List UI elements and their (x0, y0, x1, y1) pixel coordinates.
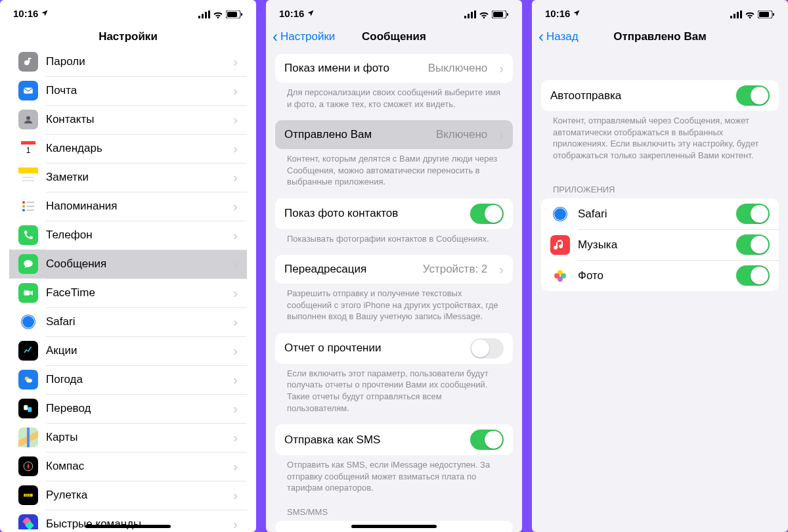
row-label: Показ фото контактов (284, 207, 462, 220)
svg-rect-26 (24, 290, 30, 296)
row-auto-send[interactable]: Автоотправка (541, 80, 779, 111)
svg-point-32 (26, 379, 32, 383)
facetime-icon (18, 283, 38, 303)
reminders-icon (18, 196, 38, 216)
toggle-switch[interactable] (736, 85, 770, 106)
chevron-right-icon: › (233, 315, 238, 328)
page-title: Сообщения (362, 30, 426, 43)
chevron-right-icon: › (233, 489, 238, 502)
settings-row-stocks[interactable]: Акции› (9, 336, 247, 365)
contacts-icon (18, 110, 38, 129)
cellular-icon (464, 8, 476, 19)
svg-point-20 (22, 201, 25, 204)
home-indicator (85, 525, 171, 528)
settings-row-phone[interactable]: Телефон› (9, 221, 247, 250)
stocks-icon (18, 341, 38, 361)
svg-rect-1 (202, 14, 204, 18)
settings-row-weather[interactable]: Погода› (9, 365, 247, 394)
row-label: Календарь (46, 142, 221, 155)
svg-rect-34 (28, 407, 32, 412)
svg-rect-13 (21, 141, 35, 144)
svg-rect-46 (471, 12, 473, 18)
row-show-contact-photos[interactable]: Показ фото контактов (275, 198, 513, 229)
toggle-switch[interactable] (470, 338, 504, 359)
settings-row-mail[interactable]: Почта› (9, 76, 247, 105)
app-row-music[interactable]: Музыка (541, 229, 779, 260)
cellular-icon (198, 8, 210, 19)
footer-text: Отправить как SMS, если iMessage недосту… (275, 455, 513, 504)
app-row-safari[interactable]: Safari (541, 198, 779, 229)
location-icon (573, 8, 580, 19)
cellular-icon (730, 8, 742, 19)
row-label: Компас (46, 460, 221, 473)
svg-rect-45 (468, 14, 470, 18)
footer-text: Разрешить отправку и получение текстовых… (275, 284, 513, 333)
phone-icon (18, 225, 38, 245)
chevron-right-icon: › (233, 171, 238, 184)
settings-row-measure[interactable]: Рулетка› (9, 481, 247, 510)
row-label: Пароли (46, 55, 221, 68)
settings-row-facetime[interactable]: FaceTime› (9, 278, 247, 307)
messages-icon (18, 254, 38, 274)
footer-text: Показывать фотографии контактов в Сообще… (275, 229, 513, 255)
settings-row-maps[interactable]: Карты› (9, 423, 247, 452)
svg-rect-53 (737, 12, 739, 18)
row-read-receipts[interactable]: Отчет о прочтении (275, 333, 513, 364)
chevron-right-icon: › (233, 257, 238, 271)
svg-rect-9 (29, 58, 32, 59)
back-button[interactable]: ‹ Настройки (273, 29, 335, 45)
row-send-as-sms[interactable]: Отправка как SMS (275, 424, 513, 455)
footer-text: Контент, которым делятся с Вами другие л… (275, 149, 513, 198)
music-icon (550, 235, 570, 255)
measure-icon (18, 485, 38, 505)
svg-rect-63 (550, 266, 570, 286)
phone-screenshot-2: 10:16 ‹ Настройки Сообщения Показ и (266, 0, 522, 532)
row-shared-with-you[interactable]: Отправлено Вам Включено › (275, 120, 513, 149)
chevron-right-icon: › (233, 344, 238, 357)
page-title: Настройки (98, 30, 158, 43)
row-label: FaceTime (46, 286, 221, 299)
settings-row-compass[interactable]: Компас› (9, 452, 247, 481)
footer-text: Контент, отправляемый через Сообщения, м… (541, 111, 779, 171)
row-label: Акции (46, 344, 221, 357)
settings-row-safari[interactable]: Safari› (9, 307, 247, 336)
status-time: 10:16 (279, 8, 304, 19)
status-time: 10:16 (13, 8, 38, 19)
svg-rect-57 (773, 13, 774, 16)
maps-icon (18, 428, 38, 447)
toggle-switch[interactable] (736, 204, 770, 224)
toggle-switch[interactable] (736, 234, 770, 255)
back-button[interactable]: ‹ Назад (538, 29, 579, 45)
battery-icon (226, 8, 243, 19)
compass-icon (18, 456, 38, 476)
wifi-icon (745, 8, 755, 19)
row-forwarding[interactable]: Переадресация Устройств: 2 › (275, 255, 513, 284)
row-label: Рулетка (46, 489, 221, 502)
row-label: Отправка как SMS (284, 433, 462, 447)
row-label: Переадресация (284, 263, 415, 276)
settings-row-notes[interactable]: Заметки› (9, 163, 247, 192)
toggle-switch[interactable] (470, 430, 504, 450)
row-label: Телефон (46, 229, 221, 242)
key-icon (18, 52, 38, 72)
chevron-right-icon: › (233, 373, 238, 386)
app-row-photos[interactable]: Фото (541, 260, 779, 291)
settings-row-key[interactable]: Пароли› (9, 47, 247, 76)
row-label: Погода (46, 373, 221, 386)
row-name-and-photo[interactable]: Показ имени и фото Выключено › (275, 54, 513, 83)
toggle-switch[interactable] (736, 265, 770, 286)
nav-bar: ‹ Настройки Сообщения (266, 24, 522, 50)
toggle-switch[interactable] (470, 204, 504, 224)
wifi-icon (213, 8, 223, 19)
settings-row-messages[interactable]: Сообщения› (9, 250, 247, 278)
settings-row-calendar[interactable]: 1Календарь› (9, 134, 247, 163)
status-bar: 10:16 (266, 0, 522, 24)
settings-row-contacts[interactable]: Контакты› (9, 105, 247, 134)
settings-row-reminders[interactable]: Напоминания› (9, 192, 247, 221)
settings-row-translate[interactable]: Перевод› (9, 394, 247, 423)
row-label: Сообщения (46, 257, 221, 271)
phone-screenshot-1: 10:16 Настройки Пароли›Почта›Контакты›1К… (0, 0, 256, 532)
shortcuts-icon (18, 514, 38, 529)
chevron-right-icon: › (233, 113, 238, 126)
row-label: Почта (46, 84, 221, 97)
